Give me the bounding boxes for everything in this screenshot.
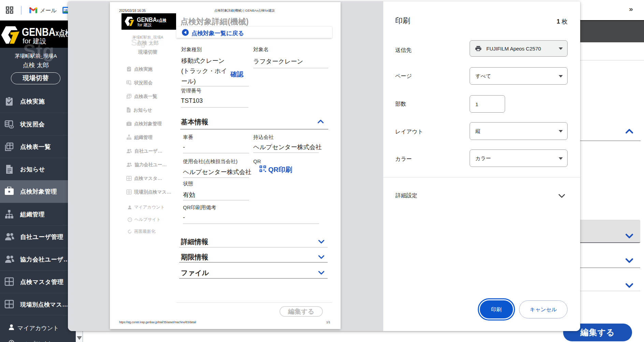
svg-text:?: ? (129, 218, 130, 221)
svg-text:18: 18 (64, 9, 68, 12)
